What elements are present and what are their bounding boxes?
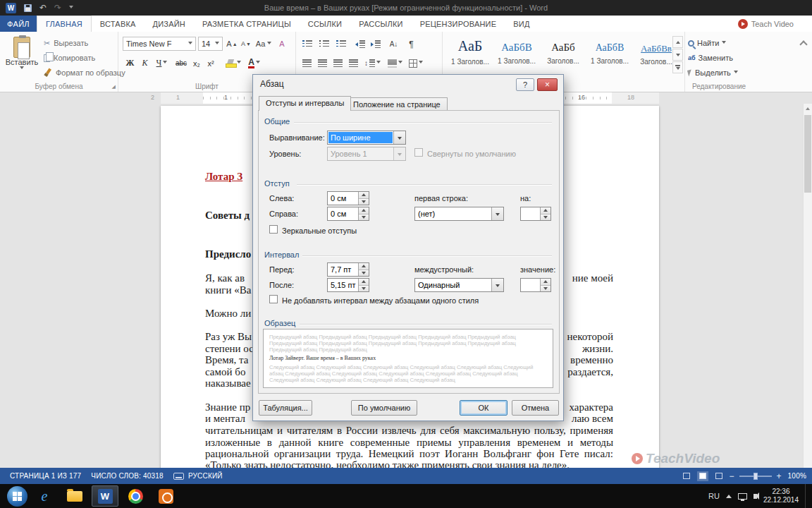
tray-language-indicator[interactable]: RU [708, 492, 720, 500]
decrease-indent-button[interactable] [352, 37, 367, 52]
bullets-button[interactable] [300, 37, 314, 52]
tab-mailings[interactable]: РАССЫЛКИ [350, 16, 411, 32]
shrink-font-button[interactable]: А▼ [239, 37, 253, 51]
tab-file[interactable]: ФАЙЛ [0, 16, 37, 32]
collapse-ribbon-icon[interactable] [799, 40, 807, 48]
spin-down-button[interactable] [359, 214, 369, 221]
style-item[interactable]: АаБб Заголов... [541, 36, 585, 77]
dropdown-arrow-button[interactable] [393, 131, 405, 144]
tabs-button[interactable]: Табуляция... [259, 400, 312, 416]
gallery-more-button[interactable] [672, 61, 683, 73]
numbering-button[interactable] [316, 37, 331, 52]
page-indicator[interactable]: СТРАНИЦА 1 ИЗ 177 [10, 472, 81, 480]
align-center-button[interactable] [315, 56, 330, 71]
gallery-scroll-down-button[interactable] [672, 49, 683, 61]
spin-down-button[interactable] [359, 285, 369, 292]
word-logo-icon[interactable]: W [6, 3, 16, 13]
spin-down-button[interactable] [359, 270, 369, 277]
no-space-same-style-checkbox[interactable] [269, 295, 278, 303]
style-item[interactable]: АаБбВв Заголов... [634, 36, 678, 77]
style-item[interactable]: АаБ 1 Заголов... [448, 36, 492, 77]
language-indicator[interactable]: РУССКИЙ [188, 472, 223, 480]
zoom-slider-thumb[interactable] [753, 473, 758, 480]
find-button[interactable]: Найти [688, 39, 726, 47]
select-button[interactable]: Выделить [688, 68, 738, 77]
scroll-up-icon[interactable] [806, 107, 810, 110]
dropdown-arrow-button[interactable] [491, 207, 503, 220]
vertical-scrollbar[interactable] [803, 104, 812, 468]
font-family-combobox[interactable]: Times New F [123, 37, 196, 51]
taskbar-explorer-button[interactable] [61, 485, 88, 507]
spacing-before-spinner[interactable]: 7,7 пт [327, 262, 369, 277]
ok-button[interactable]: ОК [460, 400, 508, 416]
tab-references[interactable]: ССЫЛКИ [300, 16, 350, 32]
set-as-default-button[interactable]: По умолчанию [351, 400, 417, 416]
clear-formatting-button[interactable]: А [274, 37, 290, 51]
spin-down-button[interactable] [541, 214, 550, 221]
keyboard-language-icon[interactable] [173, 473, 184, 480]
cancel-button[interactable]: Отмена [512, 400, 559, 416]
tab-view[interactable]: ВИД [505, 16, 538, 32]
subscript-button[interactable]: x₂ [190, 56, 204, 71]
strikethrough-button[interactable]: abc [173, 56, 190, 71]
show-formatting-marks-button[interactable]: ¶ [404, 37, 419, 52]
indent-left-spinner[interactable]: 0 см [327, 191, 369, 205]
dialog-close-button[interactable]: × [537, 78, 558, 91]
dropdown-arrow-icon[interactable] [188, 42, 192, 47]
align-left-button[interactable] [300, 56, 314, 71]
line-spacing-button[interactable]: ↕ [363, 56, 382, 71]
style-item[interactable]: АаБбВ 1 Заголов... [495, 36, 539, 77]
line-spacing-combobox[interactable]: Одинарный [414, 278, 504, 292]
superscript-button[interactable]: x² [204, 56, 218, 71]
tray-clock[interactable]: 22:36 22.12.2014 [763, 488, 799, 504]
tab-page-layout[interactable]: РАЗМЕТКА СТРАНИЦЫ [194, 16, 300, 32]
shading-button[interactable] [386, 56, 404, 71]
indent-by-spinner[interactable] [520, 207, 551, 221]
undo-icon[interactable]: ↶ [39, 4, 47, 12]
font-color-button[interactable]: А [245, 56, 264, 71]
borders-button[interactable] [407, 56, 425, 71]
gallery-scroll-up-button[interactable] [672, 36, 683, 48]
web-layout-button[interactable] [713, 471, 725, 481]
spin-up-button[interactable] [359, 263, 369, 270]
tray-expand-icon[interactable] [726, 495, 732, 498]
taskbar-media-button[interactable] [152, 485, 179, 507]
tab-insert[interactable]: ВСТАВКА [92, 16, 144, 32]
dropdown-arrow-button[interactable] [491, 279, 503, 291]
scrollbar-thumb[interactable] [804, 115, 811, 193]
cut-button[interactable]: ✂ Вырезать [44, 39, 88, 47]
sort-button[interactable]: А↓ [386, 37, 401, 52]
clipboard-dialog-launcher[interactable]: ◢ [112, 84, 116, 89]
spin-down-button[interactable] [541, 285, 550, 292]
style-item[interactable]: АаБбВ 1 Заголов... [588, 36, 632, 77]
zoom-out-button[interactable]: − [730, 471, 734, 481]
tab-line-and-page-breaks[interactable]: Положение на странице [346, 97, 448, 111]
replace-button[interactable]: аб Заменить [688, 54, 733, 62]
bold-button[interactable]: Ж [123, 56, 137, 71]
justify-button[interactable] [346, 56, 361, 71]
text-highlight-button[interactable] [223, 56, 242, 71]
print-layout-button[interactable] [697, 471, 708, 481]
italic-button[interactable]: К [137, 56, 152, 71]
spin-up-button[interactable] [359, 192, 369, 198]
underline-button[interactable]: Ч [152, 56, 171, 71]
customize-qat-icon[interactable] [69, 6, 73, 11]
zoom-level[interactable]: 100% [788, 472, 806, 480]
grow-font-button[interactable]: А▲ [225, 37, 239, 51]
zoom-in-button[interactable]: + [777, 471, 782, 481]
save-icon[interactable] [24, 4, 32, 12]
spin-up-button[interactable] [541, 207, 550, 214]
spacing-after-spinner[interactable]: 5,15 пт [327, 278, 369, 292]
redo-icon[interactable]: ↷ [54, 4, 61, 12]
tab-review[interactable]: РЕЦЕНЗИРОВАНИЕ [412, 16, 505, 32]
read-mode-button[interactable] [681, 471, 692, 481]
multilevel-list-button[interactable] [333, 37, 348, 52]
change-case-button[interactable]: Аа [254, 37, 273, 51]
tab-indents-and-spacing[interactable]: Отступы и интервалы [259, 96, 351, 111]
speaker-icon[interactable] [753, 494, 757, 499]
spin-up-button[interactable] [359, 207, 369, 214]
tab-design[interactable]: ДИЗАЙН [144, 16, 194, 32]
dropdown-arrow-icon[interactable] [215, 42, 219, 47]
alignment-combobox[interactable]: По ширине [327, 131, 406, 145]
collapsed-by-default-checkbox[interactable] [414, 148, 423, 157]
